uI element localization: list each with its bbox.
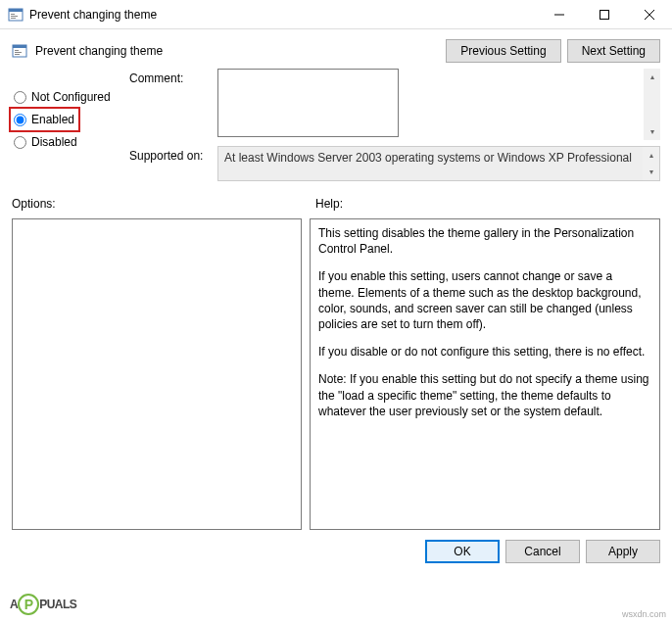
watermark-logo: APPUALS bbox=[10, 594, 76, 615]
dialog-footer: OK Cancel Apply bbox=[0, 530, 672, 573]
svg-rect-3 bbox=[11, 16, 18, 17]
apply-button[interactable]: Apply bbox=[586, 540, 660, 563]
help-paragraph: If you enable this setting, users cannot… bbox=[318, 268, 651, 332]
watermark-url: wsxdn.com bbox=[622, 609, 666, 619]
options-panel bbox=[12, 218, 302, 530]
radio-disabled-label: Disabled bbox=[31, 135, 77, 149]
supported-on-value: At least Windows Server 2003 operating s… bbox=[217, 146, 660, 181]
svg-rect-1 bbox=[9, 9, 23, 12]
policy-icon bbox=[12, 43, 27, 59]
svg-rect-2 bbox=[11, 14, 15, 15]
radio-disabled-input[interactable] bbox=[14, 136, 26, 149]
options-label: Options: bbox=[12, 197, 306, 211]
radio-not-configured-label: Not Configured bbox=[31, 90, 111, 104]
svg-rect-4 bbox=[11, 18, 16, 19]
watermark-text: A bbox=[10, 598, 18, 611]
ok-button[interactable]: OK bbox=[425, 540, 500, 563]
comment-label: Comment: bbox=[129, 69, 217, 140]
radio-enabled-label: Enabled bbox=[31, 113, 74, 126]
window-icon bbox=[8, 7, 24, 23]
svg-rect-11 bbox=[15, 50, 19, 51]
policy-header: Prevent changing theme Previous Setting … bbox=[0, 29, 672, 69]
previous-setting-button[interactable]: Previous Setting bbox=[446, 39, 560, 63]
svg-rect-12 bbox=[15, 52, 22, 53]
state-radio-group: Not Configured Enabled Disabled bbox=[12, 69, 129, 187]
comment-scrollbar[interactable]: ▴ ▾ bbox=[644, 69, 660, 140]
radio-not-configured-input[interactable] bbox=[14, 91, 26, 104]
watermark-circle-icon: P bbox=[18, 594, 39, 615]
policy-title: Prevent changing theme bbox=[35, 44, 440, 58]
minimize-button[interactable] bbox=[537, 0, 582, 29]
supported-on-label: Supported on: bbox=[129, 146, 217, 181]
titlebar: Prevent changing theme bbox=[0, 0, 672, 29]
help-paragraph: If you disable or do not configure this … bbox=[318, 344, 651, 359]
radio-enabled-input[interactable] bbox=[14, 114, 26, 126]
window-title: Prevent changing theme bbox=[29, 8, 537, 22]
scroll-down-icon[interactable]: ▾ bbox=[644, 123, 660, 140]
scroll-up-icon[interactable]: ▴ bbox=[644, 69, 660, 85]
supported-scrollbar: ▴ ▾ bbox=[643, 147, 659, 180]
svg-rect-6 bbox=[600, 10, 609, 19]
svg-rect-13 bbox=[15, 54, 20, 55]
help-label: Help: bbox=[306, 197, 660, 211]
radio-disabled[interactable]: Disabled bbox=[12, 129, 129, 155]
help-paragraph: This setting disables the theme gallery … bbox=[318, 225, 651, 257]
help-paragraph: Note: If you enable this setting but do … bbox=[318, 371, 651, 419]
next-setting-button[interactable]: Next Setting bbox=[567, 39, 660, 63]
svg-rect-10 bbox=[13, 45, 26, 48]
supported-on-text: At least Windows Server 2003 operating s… bbox=[224, 151, 632, 165]
scroll-up-icon: ▴ bbox=[643, 147, 659, 164]
cancel-button[interactable]: Cancel bbox=[505, 540, 580, 563]
maximize-button[interactable] bbox=[582, 0, 627, 29]
close-button[interactable] bbox=[627, 0, 672, 29]
comment-textarea[interactable] bbox=[217, 69, 399, 137]
help-panel: This setting disables the theme gallery … bbox=[310, 218, 660, 530]
scroll-down-icon: ▾ bbox=[643, 164, 659, 180]
watermark-text: PUALS bbox=[39, 598, 76, 611]
